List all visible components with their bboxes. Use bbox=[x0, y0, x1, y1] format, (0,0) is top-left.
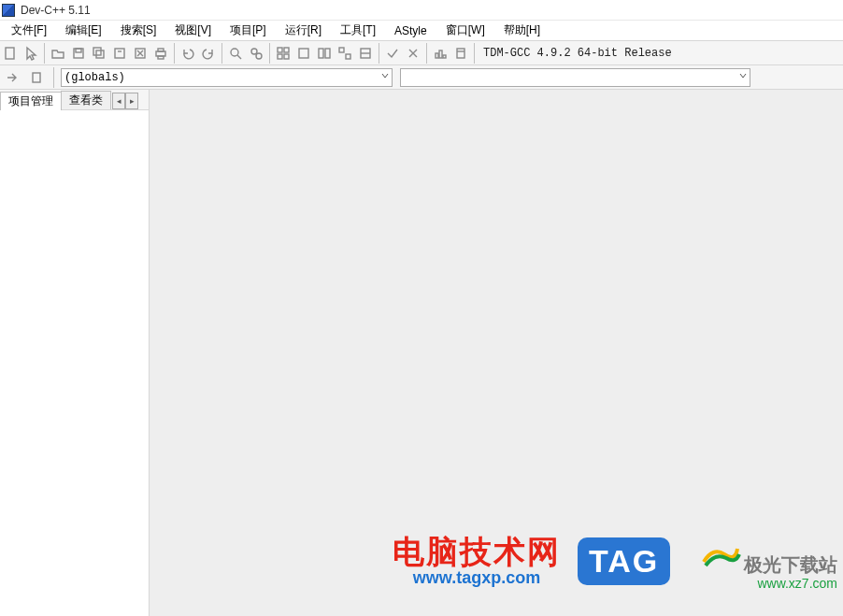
watermark-red-line1: 电脑技术网 bbox=[393, 535, 561, 569]
svg-rect-26 bbox=[457, 49, 464, 58]
save-as-icon[interactable] bbox=[109, 43, 130, 64]
secondbar: (globals) bbox=[0, 65, 843, 90]
save-all-icon[interactable] bbox=[89, 43, 109, 64]
scope-combo[interactable]: (globals) bbox=[61, 68, 393, 87]
svg-rect-27 bbox=[33, 73, 40, 82]
menu-view[interactable]: 视图[V] bbox=[165, 21, 221, 40]
svg-rect-16 bbox=[284, 54, 289, 59]
svg-rect-0 bbox=[6, 48, 14, 59]
clean-icon[interactable] bbox=[450, 43, 471, 64]
svg-rect-8 bbox=[158, 49, 164, 51]
toolbar: TDM-GCC 4.9.2 64-bit Release bbox=[0, 41, 843, 65]
menu-edit[interactable]: 编辑[E] bbox=[56, 21, 111, 40]
tab-scroll: ◂ ▸ bbox=[112, 93, 138, 109]
watermark-right: 极光下载站 www.xz7.com bbox=[700, 541, 837, 592]
run-icon[interactable] bbox=[293, 43, 314, 64]
new-file-icon[interactable] bbox=[0, 43, 21, 64]
menubar: 文件[F] 编辑[E] 搜索[S] 视图[V] 项目[P] 运行[R] 工具[T… bbox=[0, 21, 843, 41]
member-combo[interactable] bbox=[400, 68, 750, 87]
sidebar-content bbox=[0, 110, 149, 616]
menu-run[interactable]: 运行[R] bbox=[276, 21, 331, 40]
watermark-red-line2: www.tagxp.com bbox=[393, 569, 561, 588]
sidebar-tabstrip: 项目管理 查看类 ◂ ▸ bbox=[0, 90, 149, 110]
svg-rect-2 bbox=[76, 49, 81, 52]
bookmark-icon[interactable] bbox=[26, 67, 47, 88]
watermark-tag-box: TAG bbox=[578, 537, 670, 585]
main-area: 项目管理 查看类 ◂ ▸ 电脑技术网 www.tagxp.com TAG 极光下… bbox=[0, 90, 843, 616]
svg-rect-21 bbox=[346, 54, 350, 59]
svg-rect-3 bbox=[93, 48, 101, 55]
svg-point-10 bbox=[231, 49, 238, 56]
check-icon[interactable] bbox=[382, 43, 403, 64]
debug-icon[interactable] bbox=[355, 43, 376, 64]
menu-project[interactable]: 项目[P] bbox=[221, 21, 276, 40]
close-icon[interactable] bbox=[130, 43, 150, 64]
menu-window[interactable]: 窗口[W] bbox=[436, 21, 494, 40]
save-icon[interactable] bbox=[68, 43, 89, 64]
open-icon[interactable] bbox=[48, 43, 68, 64]
svg-rect-9 bbox=[158, 56, 164, 59]
watermark-jg-line2: www.xz7.com bbox=[757, 576, 837, 591]
svg-rect-7 bbox=[156, 51, 165, 56]
svg-rect-5 bbox=[115, 49, 124, 58]
menu-search[interactable]: 搜索[S] bbox=[111, 21, 166, 40]
svg-rect-18 bbox=[319, 49, 323, 58]
app-title: Dev-C++ 5.11 bbox=[21, 4, 91, 17]
tab-scroll-right[interactable]: ▸ bbox=[125, 93, 138, 109]
svg-rect-17 bbox=[299, 49, 308, 58]
svg-point-11 bbox=[251, 49, 257, 54]
svg-rect-20 bbox=[339, 48, 344, 52]
sidebar: 项目管理 查看类 ◂ ▸ bbox=[0, 90, 150, 616]
watermark-jg-line1: 极光下载站 bbox=[744, 554, 837, 575]
redo-icon[interactable] bbox=[198, 43, 219, 64]
swirl-icon bbox=[700, 541, 741, 571]
svg-rect-23 bbox=[436, 53, 438, 58]
chevron-down-icon bbox=[738, 71, 748, 84]
svg-rect-25 bbox=[443, 55, 446, 58]
rebuild-icon[interactable] bbox=[335, 43, 355, 64]
scope-combo-value: (globals) bbox=[64, 71, 125, 84]
cancel-icon[interactable] bbox=[403, 43, 423, 64]
tab-project-manage[interactable]: 项目管理 bbox=[0, 92, 62, 110]
svg-rect-4 bbox=[96, 50, 104, 58]
watermark-red: 电脑技术网 www.tagxp.com bbox=[393, 535, 561, 588]
find-icon[interactable] bbox=[225, 43, 246, 64]
goto-icon[interactable] bbox=[2, 67, 22, 88]
menu-file[interactable]: 文件[F] bbox=[2, 21, 56, 40]
menu-astyle[interactable]: AStyle bbox=[385, 22, 436, 39]
replace-icon[interactable] bbox=[246, 43, 266, 64]
svg-rect-15 bbox=[278, 54, 282, 59]
tab-scroll-left[interactable]: ◂ bbox=[112, 93, 125, 109]
svg-rect-19 bbox=[325, 49, 330, 58]
menu-tools[interactable]: 工具[T] bbox=[331, 21, 385, 40]
watermark-left: 电脑技术网 www.tagxp.com TAG bbox=[393, 535, 670, 588]
compile-run-icon[interactable] bbox=[314, 43, 335, 64]
watermark-tag: TAG bbox=[578, 537, 670, 585]
svg-rect-24 bbox=[439, 50, 442, 58]
compiler-label: TDM-GCC 4.9.2 64-bit Release bbox=[483, 47, 672, 60]
tab-class-view[interactable]: 查看类 bbox=[61, 91, 111, 109]
profile-icon[interactable] bbox=[430, 43, 450, 64]
editor-area: 电脑技术网 www.tagxp.com TAG 极光下载站 www.xz7.co… bbox=[150, 90, 843, 616]
svg-rect-14 bbox=[284, 48, 289, 52]
compile-icon[interactable] bbox=[273, 43, 293, 64]
cursor-icon[interactable] bbox=[21, 43, 41, 64]
titlebar: Dev-C++ 5.11 bbox=[0, 0, 843, 21]
app-icon bbox=[2, 4, 15, 17]
svg-point-12 bbox=[256, 53, 262, 59]
svg-rect-13 bbox=[278, 48, 282, 52]
menu-help[interactable]: 帮助[H] bbox=[494, 21, 550, 40]
undo-icon[interactable] bbox=[178, 43, 198, 64]
chevron-down-icon bbox=[380, 71, 390, 84]
print-icon[interactable] bbox=[150, 43, 171, 64]
